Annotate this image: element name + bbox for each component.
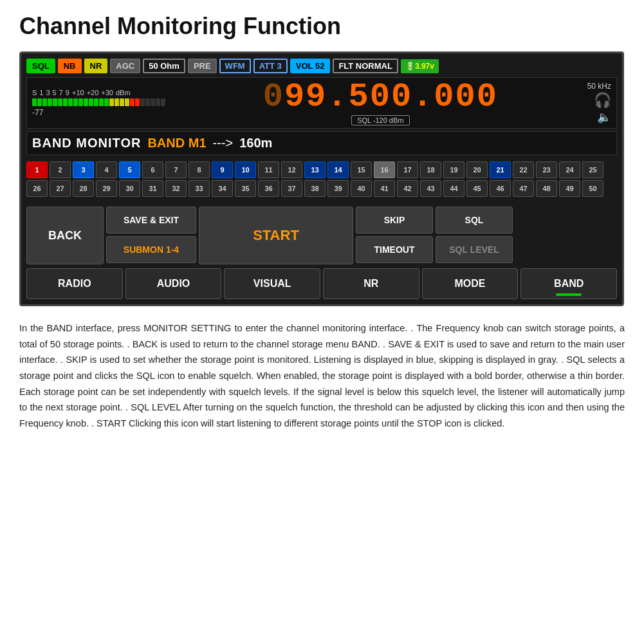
channel-btn-35[interactable]: 35 bbox=[235, 180, 256, 197]
channel-btn-29[interactable]: 29 bbox=[96, 180, 117, 197]
channel-btn-44[interactable]: 44 bbox=[443, 180, 465, 197]
channel-btn-39[interactable]: 39 bbox=[327, 180, 349, 197]
right-section: 50 kHz 🎧 🔈 bbox=[587, 82, 611, 124]
band-name: BAND M1 bbox=[147, 136, 206, 151]
save-exit-button[interactable]: SAVE & EXIT bbox=[106, 207, 196, 234]
channel-btn-41[interactable]: 41 bbox=[374, 180, 395, 197]
band-arrow: ---> bbox=[213, 136, 234, 151]
channel-btn-2[interactable]: 2 bbox=[50, 161, 71, 178]
sql-button[interactable]: SQL bbox=[436, 207, 513, 234]
controls-section: BACK SAVE & EXIT SUBMON 1-4 START SKIP T… bbox=[26, 207, 617, 264]
channel-btn-15[interactable]: 15 bbox=[351, 161, 372, 178]
channel-btn-10[interactable]: 10 bbox=[235, 161, 256, 178]
badge-wfm[interactable]: WFM bbox=[219, 59, 251, 73]
badge-50ohm[interactable]: 50 Ohm bbox=[143, 59, 185, 73]
channel-btn-5[interactable]: 5 bbox=[119, 161, 140, 178]
channel-btn-6[interactable]: 6 bbox=[142, 161, 163, 178]
channel-btn-48[interactable]: 48 bbox=[536, 180, 557, 197]
badge-att[interactable]: ATT 3 bbox=[253, 59, 288, 73]
channel-btn-7[interactable]: 7 bbox=[165, 161, 187, 178]
meter-seg bbox=[115, 98, 119, 106]
sql-level-button[interactable]: SQL LEVEL bbox=[436, 236, 513, 263]
channel-btn-19[interactable]: 19 bbox=[443, 161, 465, 178]
channel-btn-11[interactable]: 11 bbox=[258, 161, 279, 178]
channel-btn-8[interactable]: 8 bbox=[189, 161, 210, 178]
back-button[interactable]: BACK bbox=[26, 207, 104, 264]
channel-btn-28[interactable]: 28 bbox=[73, 180, 94, 197]
channel-btn-37[interactable]: 37 bbox=[281, 180, 302, 197]
nav-radio[interactable]: RADIO bbox=[26, 268, 123, 299]
channel-btn-17[interactable]: 17 bbox=[397, 161, 418, 178]
channel-btn-36[interactable]: 36 bbox=[258, 180, 279, 197]
badge-pre[interactable]: PRE bbox=[188, 59, 217, 73]
meter-seg bbox=[68, 98, 73, 106]
channel-btn-26[interactable]: 26 bbox=[26, 180, 48, 197]
channel-btn-25[interactable]: 25 bbox=[582, 161, 603, 178]
channel-btn-42[interactable]: 42 bbox=[397, 180, 418, 197]
channel-btn-14[interactable]: 14 bbox=[327, 161, 349, 178]
badge-nr[interactable]: NR bbox=[84, 59, 108, 73]
channel-btn-30[interactable]: 30 bbox=[119, 180, 140, 197]
badge-battery: 🔋3.97v bbox=[401, 59, 439, 73]
nav-visual[interactable]: VISUAL bbox=[224, 268, 320, 299]
channel-btn-4[interactable]: 4 bbox=[96, 161, 117, 178]
channel-btn-43[interactable]: 43 bbox=[420, 180, 441, 197]
badge-agc[interactable]: AGC bbox=[110, 59, 140, 73]
nav-nr[interactable]: NR bbox=[323, 268, 419, 299]
meter-seg bbox=[161, 98, 165, 106]
channel-btn-13[interactable]: 13 bbox=[304, 161, 326, 178]
channel-btn-23[interactable]: 23 bbox=[536, 161, 557, 178]
nav-band[interactable]: BAND bbox=[520, 268, 617, 299]
channel-btn-49[interactable]: 49 bbox=[559, 180, 580, 197]
channel-btn-46[interactable]: 46 bbox=[490, 180, 511, 197]
channel-btn-32[interactable]: 32 bbox=[165, 180, 187, 197]
channel-btn-50[interactable]: 50 bbox=[582, 180, 603, 197]
channel-btn-40[interactable]: 40 bbox=[351, 180, 372, 197]
badge-flt[interactable]: FLT NORMAL bbox=[333, 59, 398, 73]
headphone-icon[interactable]: 🎧 bbox=[594, 93, 611, 107]
badge-nb[interactable]: NB bbox=[58, 59, 82, 73]
device-screen: SQL NB NR AGC 50 Ohm PRE WFM ATT 3 VOL 5… bbox=[19, 51, 624, 306]
channel-row-1: 1 2 3 4 5 6 7 8 9 10 11 12 13 14 15 16 1… bbox=[26, 161, 617, 178]
timeout-button[interactable]: TIMEOUT bbox=[356, 236, 433, 263]
skip-button[interactable]: SKIP bbox=[356, 207, 433, 234]
nav-mode[interactable]: MODE bbox=[422, 268, 519, 299]
channel-btn-38[interactable]: 38 bbox=[304, 180, 326, 197]
channel-btn-1[interactable]: 1 bbox=[26, 161, 48, 178]
channel-btn-9[interactable]: 9 bbox=[212, 161, 233, 178]
channel-btn-12[interactable]: 12 bbox=[281, 161, 302, 178]
channel-btn-47[interactable]: 47 bbox=[513, 180, 534, 197]
meter-seg bbox=[53, 98, 57, 106]
nav-audio[interactable]: AUDIO bbox=[125, 268, 222, 299]
controls-row-main: BACK SAVE & EXIT SUBMON 1-4 START SKIP T… bbox=[26, 207, 617, 264]
signal-meter-bar bbox=[32, 98, 174, 107]
channel-btn-31[interactable]: 31 bbox=[142, 180, 163, 197]
meter-seg bbox=[63, 98, 68, 106]
controls-middle-col: SAVE & EXIT SUBMON 1-4 bbox=[106, 207, 196, 264]
badge-sql[interactable]: SQL bbox=[26, 59, 55, 73]
meter-seg bbox=[32, 98, 37, 106]
channel-btn-22[interactable]: 22 bbox=[513, 161, 534, 178]
sql-level-indicator: SQL -120 dBm bbox=[351, 115, 409, 125]
channel-btn-16[interactable]: 16 bbox=[374, 161, 395, 178]
channel-btn-3[interactable]: 3 bbox=[73, 161, 94, 178]
meter-seg bbox=[84, 98, 88, 106]
channel-btn-20[interactable]: 20 bbox=[466, 161, 488, 178]
meter-seg bbox=[156, 98, 160, 106]
start-button[interactable]: START bbox=[199, 207, 353, 264]
meter-seg bbox=[109, 98, 114, 106]
channel-btn-34[interactable]: 34 bbox=[212, 180, 233, 197]
band-freq: 160m bbox=[239, 136, 272, 151]
channel-btn-18[interactable]: 18 bbox=[420, 161, 441, 178]
channel-btn-33[interactable]: 33 bbox=[189, 180, 210, 197]
channel-btn-45[interactable]: 45 bbox=[466, 180, 488, 197]
signal-meter-section: S 1 3 5 7 9 +10 +20 +30 dBm bbox=[32, 89, 174, 117]
frequency-display: 099.500.000 SQL -120 dBm bbox=[180, 80, 581, 125]
channel-btn-27[interactable]: 27 bbox=[50, 180, 71, 197]
channel-btn-21[interactable]: 21 bbox=[490, 161, 511, 178]
channel-btn-24[interactable]: 24 bbox=[559, 161, 580, 178]
volume-icon[interactable]: 🔈 bbox=[597, 110, 611, 124]
meter-seg bbox=[140, 98, 145, 106]
badge-vol[interactable]: VOL 52 bbox=[290, 59, 331, 73]
submon-button[interactable]: SUBMON 1-4 bbox=[106, 236, 196, 263]
